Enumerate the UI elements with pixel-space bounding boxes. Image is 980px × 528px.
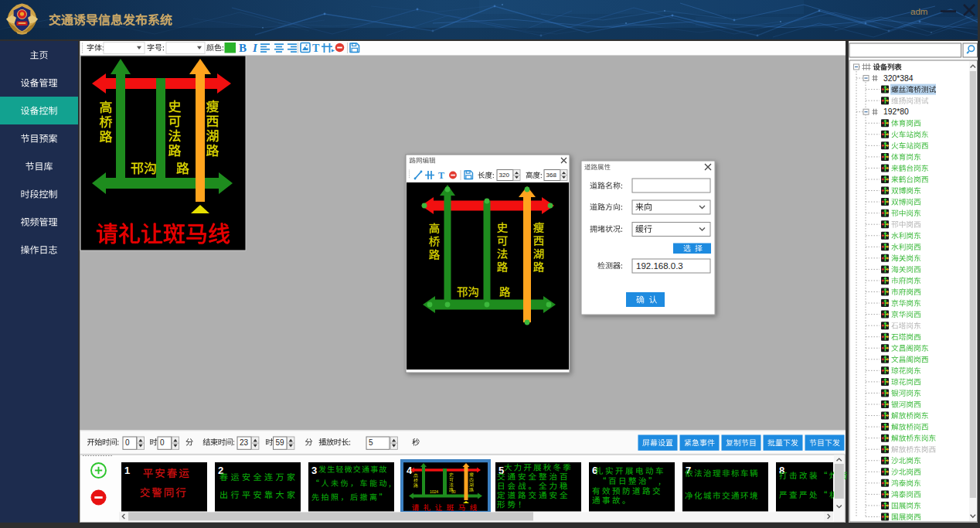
svg-text:0: 0 — [160, 438, 165, 447]
svg-text:192.168.0.3: 192.168.0.3 — [636, 261, 683, 271]
svg-text:23: 23 — [240, 438, 249, 447]
svg-text:368: 368 — [546, 172, 557, 179]
svg-text:30: 30 — [451, 489, 456, 494]
svg-text:T: T — [438, 170, 444, 181]
svg-text:T: T — [312, 43, 320, 54]
svg-text:8: 8 — [779, 465, 784, 476]
svg-text:3: 3 — [311, 465, 317, 476]
svg-text:1: 1 — [124, 465, 130, 476]
svg-text:320: 320 — [499, 172, 510, 179]
svg-text:5: 5 — [369, 438, 373, 447]
svg-text:192*80: 192*80 — [883, 107, 909, 116]
svg-text:320*384: 320*384 — [883, 74, 914, 83]
svg-text:I: I — [252, 42, 258, 54]
svg-text:0: 0 — [125, 438, 130, 447]
svg-text:adm: adm — [910, 7, 927, 16]
svg-text:4: 4 — [407, 465, 413, 476]
svg-text:59: 59 — [276, 438, 285, 447]
svg-text:B: B — [239, 42, 247, 54]
svg-text:1024: 1024 — [430, 489, 438, 494]
